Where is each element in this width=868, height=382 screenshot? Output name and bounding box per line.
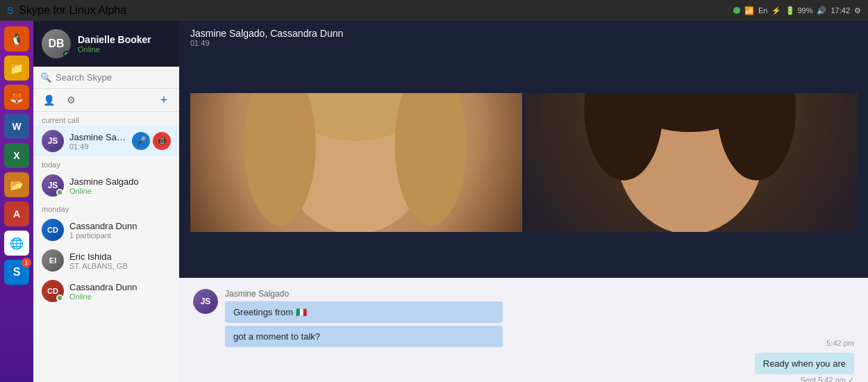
skype-badge: 1 — [22, 258, 31, 267]
titlebar-title: Skype for Linux Alpha — [19, 4, 126, 17]
message-time: 5:42 pm — [826, 339, 854, 347]
profile-header: DB Danielle Booker Online — [33, 21, 179, 67]
sent-message-row: Ready when you are Sent 5:42 pm ✓ — [193, 353, 854, 382]
contact-name: Eric Ishida — [69, 251, 171, 262]
profile-name: Danielle Booker — [78, 34, 151, 45]
taskbar-skype[interactable]: S 1 — [4, 260, 29, 285]
message-bubble-2: got a moment to talk? — [225, 326, 503, 347]
call-name: Jasmine Salgado, Ca... — [69, 132, 126, 142]
taskbar-chrome[interactable]: 🌐 — [4, 231, 29, 256]
video-feed-1 — [190, 93, 522, 232]
contact-eric-ishida[interactable]: EI Eric Ishida ST. ALBANS, GB — [33, 245, 179, 276]
contact-cassandra-dunn-1[interactable]: CD Cassandra Dunn 1 participant — [33, 215, 179, 245]
titlebar-right: 📶 En ⚡ 🔋 99% 🔊 17:42 ⚙ — [733, 6, 861, 15]
contact-status: Online — [69, 292, 171, 301]
status-indicator — [733, 7, 740, 14]
titlebar-left: S Skype for Linux Alpha — [7, 4, 126, 17]
titlebar: S Skype for Linux Alpha 📶 En ⚡ 🔋 99% 🔊 1… — [0, 0, 868, 21]
call-timer: 01:49 — [190, 39, 857, 47]
contact-name: Jasmine Salgado — [69, 176, 171, 187]
settings-icon[interactable]: ⚙ — [854, 6, 861, 15]
profile-status: Online — [78, 45, 151, 53]
volume-icon: 🔊 — [817, 6, 826, 15]
add-button[interactable]: + — [156, 92, 172, 108]
wifi-icon: 📶 — [744, 6, 754, 15]
chat-area: Jasmine Salgado, Cassandra Dunn 01:49 — [179, 21, 868, 382]
bluetooth-icon: ⚡ — [771, 6, 781, 15]
section-today: today — [33, 156, 179, 170]
clock: 17:42 — [831, 6, 850, 15]
taskbar-text[interactable]: A — [4, 201, 29, 226]
message-avatar: JS — [193, 289, 218, 314]
check-icon: ✓ — [848, 376, 854, 382]
search-input[interactable] — [56, 72, 172, 83]
messages-area: JS Jasmine Salgado Greetings from 🇮🇹 got… — [179, 278, 868, 382]
contact-info: Jasmine Salgado Online — [69, 176, 171, 195]
contacts-list: Current call JS Jasmine Salgado, Ca... 0… — [33, 112, 179, 382]
profile-info: Danielle Booker Online — [78, 34, 151, 53]
avatar: DB — [42, 29, 71, 58]
end-call-button[interactable]: 📵 — [153, 132, 171, 150]
message-group-received: JS Jasmine Salgado Greetings from 🇮🇹 got… — [193, 289, 854, 347]
battery-icon: 🔋 99% — [785, 6, 812, 15]
current-call-label: Current call — [33, 112, 179, 126]
taskbar-excel[interactable]: X — [4, 143, 29, 168]
current-call-item[interactable]: JS Jasmine Salgado, Ca... 01:49 🎤 📵 — [33, 126, 179, 156]
settings-icon[interactable]: ⚙ — [62, 92, 79, 108]
call-controls: 🎤 📵 — [132, 132, 171, 150]
contact-name: Cassandra Dunn — [69, 221, 171, 231]
contact-name: Cassandra Dunn — [69, 282, 171, 292]
contact-status: 1 participant — [69, 231, 171, 240]
message-sender: Jasmine Salgado — [225, 289, 819, 299]
taskbar-word[interactable]: W — [4, 114, 29, 139]
contact-avatar: CD — [42, 280, 64, 302]
taskbar-ubuntu[interactable]: 🐧 — [4, 26, 29, 51]
taskbar-firefox[interactable]: 🦊 — [4, 85, 29, 110]
call-title: Jasmine Salgado, Cassandra Dunn — [190, 28, 857, 39]
call-info: Jasmine Salgado, Ca... 01:49 — [69, 132, 126, 151]
contact-info: Eric Ishida ST. ALBANS, GB — [69, 251, 171, 270]
contact-info: Cassandra Dunn Online — [69, 282, 171, 301]
message-content: Jasmine Salgado Greetings from 🇮🇹 got a … — [225, 289, 819, 347]
sidebar: DB Danielle Booker Online 🔍 👤 ⚙ + Curren… — [33, 21, 179, 382]
face-svg-1 — [190, 93, 522, 232]
sidebar-toolbar: 👤 ⚙ + — [33, 89, 179, 112]
call-header: Jasmine Salgado, Cassandra Dunn 01:49 — [179, 21, 868, 54]
contact-info: Cassandra Dunn 1 participant — [69, 221, 171, 240]
contact-status: ST. ALBANS, GB — [69, 262, 171, 270]
search-bar: 🔍 — [33, 67, 179, 89]
contact-status: Online — [69, 187, 171, 195]
message-bubble-1: Greetings from 🇮🇹 — [225, 301, 503, 323]
messages-col: Greetings from 🇮🇹 got a moment to talk? — [225, 301, 819, 347]
taskbar-files[interactable]: 📁 — [4, 56, 29, 81]
face-svg-2 — [525, 93, 857, 232]
video-feeds — [179, 54, 868, 278]
skype-taskbar-icon: S — [7, 5, 13, 16]
video-area: Jasmine Salgado, Cassandra Dunn 01:49 — [179, 21, 868, 278]
taskbar-folder[interactable]: 📂 — [4, 172, 29, 197]
section-monday: Monday — [33, 201, 179, 215]
contact-avatar: CD — [42, 219, 64, 241]
taskbar: 🐧 📁 🦊 W X 📂 A 🌐 S 1 — [0, 21, 33, 382]
sent-status: Sent 5:42 pm ✓ — [800, 376, 854, 382]
online-indicator — [63, 51, 70, 58]
contact-avatar: EI — [42, 249, 64, 272]
sent-time: 5:42 pm — [818, 376, 846, 382]
contact-jasmine-salgado[interactable]: JS Jasmine Salgado Online — [33, 170, 179, 201]
keyboard-icon: En — [758, 6, 767, 15]
sent-meta: Ready when you are Sent 5:42 pm ✓ — [755, 353, 854, 382]
call-avatar: JS — [42, 130, 64, 152]
contact-cassandra-dunn-2[interactable]: CD Cassandra Dunn Online — [33, 276, 179, 306]
mute-button[interactable]: 🎤 — [132, 132, 150, 150]
main-container: 🐧 📁 🦊 W X 📂 A 🌐 S 1 DB Danielle Booker O… — [0, 21, 868, 382]
contacts-icon[interactable]: 👤 — [40, 92, 57, 108]
sent-bubble: Ready when you are — [755, 353, 854, 374]
contact-avatar: JS — [42, 174, 64, 197]
search-icon: 🔍 — [40, 72, 51, 83]
call-timer: 01:49 — [69, 142, 126, 151]
video-feed-2 — [525, 93, 857, 232]
